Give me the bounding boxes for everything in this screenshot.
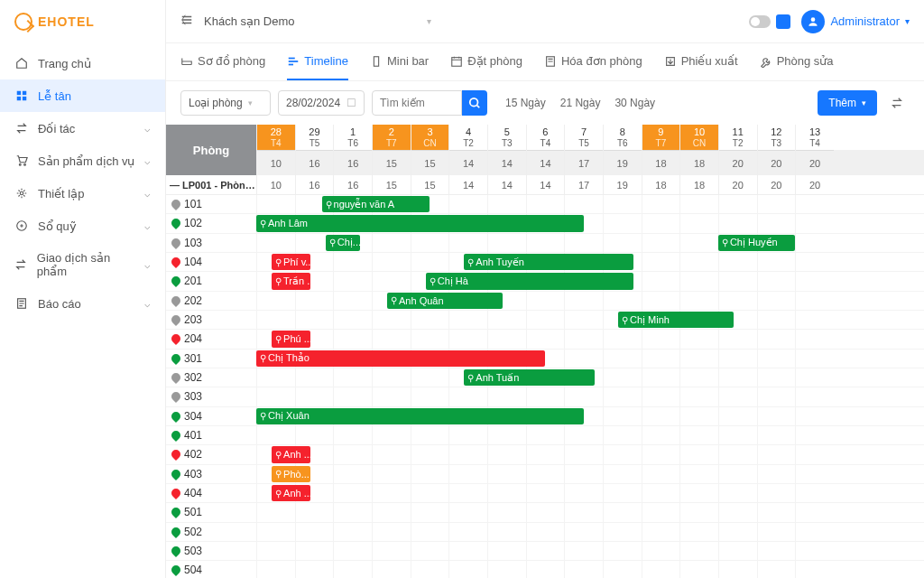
room-label[interactable]: 403: [166, 465, 256, 483]
room-label[interactable]: 401: [166, 426, 256, 444]
tab-4[interactable]: Hóa đơn phòng: [544, 43, 642, 80]
person-icon: ⚲: [275, 257, 282, 267]
toggle-switch[interactable]: [749, 15, 771, 28]
day-col-2[interactable]: 1T6: [333, 125, 372, 150]
tab-3[interactable]: Đặt phòng: [450, 43, 522, 80]
room-label[interactable]: 203: [166, 311, 256, 329]
room-label[interactable]: 204: [166, 330, 256, 348]
svg-point-16: [470, 98, 478, 107]
range-2[interactable]: 30 Ngày: [614, 97, 655, 109]
hotel-selector[interactable]: Khách sạn Demo ▾: [204, 14, 431, 28]
search-input[interactable]: [372, 90, 462, 116]
day-col-8[interactable]: 7T5: [564, 125, 603, 150]
day-col-1[interactable]: 29T5: [295, 125, 334, 150]
room-label[interactable]: 202: [166, 292, 256, 310]
sidebar-item-2[interactable]: Đối tác⌵: [0, 112, 165, 144]
day-col-12[interactable]: 11T2: [718, 125, 757, 150]
day-col-10[interactable]: 9T7: [642, 125, 680, 150]
booking-bar[interactable]: ⚲Chị Minh: [618, 312, 734, 328]
count-header-1: 16: [295, 150, 334, 175]
room-label[interactable]: 101: [166, 195, 256, 213]
timeline-body: — LP001 - Phòng đôi101616151514141417191…: [166, 175, 924, 578]
booking-label: Anh Lâm: [268, 218, 308, 228]
booking-bar[interactable]: ⚲Chị...: [326, 235, 360, 251]
day-col-11[interactable]: 10CN: [679, 125, 718, 150]
booking-bar[interactable]: ⚲Chị Thảo: [256, 350, 545, 367]
booking-bar[interactable]: ⚲Anh Quân: [387, 293, 503, 309]
menu-toggle-icon[interactable]: [180, 14, 193, 30]
sidebar-item-1[interactable]: Lễ tân: [0, 79, 165, 112]
tab-6[interactable]: Phòng sửa: [760, 43, 834, 80]
room-label[interactable]: 103: [166, 234, 256, 252]
timeline[interactable]: Phòng 28T429T51T62T73CN4T25T36T47T58T69T…: [166, 125, 924, 578]
search-button[interactable]: [462, 90, 487, 116]
booking-bar[interactable]: ⚲Chị Hà: [426, 273, 633, 289]
sidebar-item-7[interactable]: Báo cáo⌵: [0, 287, 165, 320]
person-icon: ⚲: [275, 450, 282, 460]
person-icon: ⚲: [467, 257, 474, 267]
room-group[interactable]: — LP001 - Phòng đôi101616151514141417191…: [166, 175, 924, 195]
booking-bar[interactable]: ⚲Phò...: [272, 466, 310, 482]
room-label[interactable]: 504: [166, 561, 256, 578]
room-label[interactable]: 104: [166, 253, 256, 271]
sidebar-item-4[interactable]: Thiết lập⌵: [0, 177, 165, 210]
day-col-14[interactable]: 13T4: [795, 125, 834, 150]
day-col-4[interactable]: 3CN: [411, 125, 449, 150]
tab-2[interactable]: Mini bar: [370, 43, 429, 80]
logo[interactable]: EHOTEL: [0, 0, 165, 43]
day-col-9[interactable]: 8T6: [603, 125, 642, 150]
person-icon: ⚲: [329, 238, 336, 247]
sidebar-item-5[interactable]: Sổ quỹ⌵: [0, 210, 165, 242]
room-label[interactable]: 201: [166, 272, 256, 290]
booking-bar[interactable]: ⚲Anh ...: [272, 446, 310, 462]
booking-label: Anh ...: [283, 449, 310, 460]
color-indicator: [776, 14, 790, 29]
sidebar-item-0[interactable]: Trang chủ: [0, 47, 165, 79]
day-col-13[interactable]: 12T3: [757, 125, 796, 150]
swap-button[interactable]: [884, 90, 910, 116]
export-icon: [664, 55, 677, 68]
day-col-7[interactable]: 6T4: [526, 125, 565, 150]
booking-bar[interactable]: ⚲Anh Tuấn: [464, 369, 595, 386]
room-label[interactable]: 304: [166, 407, 256, 425]
room-label[interactable]: 501: [166, 503, 256, 521]
room-label[interactable]: 502: [166, 523, 256, 541]
add-button[interactable]: Thêm ▾: [818, 90, 877, 116]
swap-icon: [14, 121, 29, 135]
booking-bar[interactable]: ⚲nguyễn văn A: [322, 196, 430, 212]
room-label[interactable]: 102: [166, 214, 256, 232]
booking-bar[interactable]: ⚲Phí v...: [272, 254, 310, 270]
person-icon: ⚲: [260, 411, 266, 421]
booking-bar[interactable]: ⚲Anh ...: [272, 485, 310, 501]
booking-bar[interactable]: ⚲Trần ...: [272, 273, 310, 289]
sidebar-item-6[interactable]: Giao dịch sản phẩm⌵: [0, 242, 165, 287]
booking-label: Trần ...: [283, 275, 310, 287]
sidebar-item-3[interactable]: Sản phẩm dịch vụ⌵: [0, 144, 165, 177]
room-label[interactable]: 503: [166, 542, 256, 560]
booking-bar[interactable]: ⚲Chị Xuân: [256, 408, 584, 424]
room-label[interactable]: 301: [166, 350, 256, 368]
booking-bar[interactable]: ⚲Anh Lâm: [256, 215, 584, 231]
roomtype-select[interactable]: Loại phòng ▾: [180, 90, 271, 116]
tabs: Sơ đồ phòngTimelineMini barĐặt phòngHóa …: [166, 43, 924, 81]
user-menu[interactable]: Administrator ▾: [801, 10, 910, 33]
tab-5[interactable]: Phiếu xuất: [664, 43, 738, 80]
room-row: 401: [166, 426, 924, 445]
booking-bar[interactable]: ⚲Phú ...: [272, 331, 310, 347]
tab-1[interactable]: Timeline: [287, 43, 348, 80]
theme-toggle[interactable]: [749, 14, 790, 29]
booking-bar[interactable]: ⚲Anh Tuyến: [464, 254, 633, 270]
day-col-5[interactable]: 4T2: [448, 125, 487, 150]
booking-bar[interactable]: ⚲Chị Huyền: [718, 235, 795, 251]
range-1[interactable]: 21 Ngày: [560, 97, 601, 109]
room-label[interactable]: 402: [166, 445, 256, 463]
day-col-3[interactable]: 2T7: [372, 125, 411, 150]
range-0[interactable]: 15 Ngày: [505, 97, 546, 109]
room-label[interactable]: 303: [166, 387, 256, 406]
room-label[interactable]: 404: [166, 484, 256, 502]
room-label[interactable]: 302: [166, 368, 256, 387]
date-picker[interactable]: 28/02/2024 ☐: [278, 90, 365, 116]
day-col-0[interactable]: 28T4: [256, 125, 295, 150]
day-col-6[interactable]: 5T3: [487, 125, 526, 150]
tab-0[interactable]: Sơ đồ phòng: [180, 43, 265, 80]
